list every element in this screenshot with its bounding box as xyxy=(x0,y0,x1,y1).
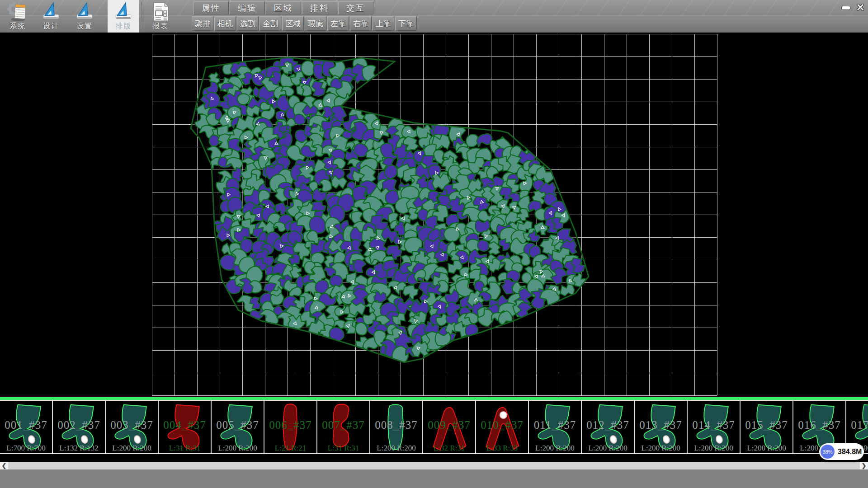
thumbnail-piece-2[interactable]: 002_#37L:132 R:132 xyxy=(53,401,106,453)
thumbnail-piece-13[interactable]: 013_#37L:200 R:200 xyxy=(635,401,688,453)
close-button[interactable]: ✕ xyxy=(854,2,867,14)
nesting-button-label: 排版 xyxy=(115,22,132,30)
piece-name: 011_#37 xyxy=(529,419,581,432)
piece-counts: L:31 R:31 xyxy=(159,444,211,453)
tool-button-6[interactable]: 瑕疵 xyxy=(305,16,326,31)
design-button-label: 设计 xyxy=(43,22,59,30)
set-square-icon xyxy=(113,1,134,22)
thumbnail-piece-12[interactable]: 012_#37L:200 R:200 xyxy=(582,401,635,453)
application-window: 系统 设计 设置 xyxy=(0,0,868,488)
tool-button-3[interactable]: 选割 xyxy=(237,16,259,31)
thumbnail-piece-3[interactable]: 003_#37L:200 R:200 xyxy=(106,401,159,453)
system-button-label: 系统 xyxy=(9,22,26,30)
scroll-right-button[interactable]: ❯ xyxy=(860,462,868,469)
piece-counts: L:21 R:21 xyxy=(264,444,316,453)
piece-counts: L:200 R:200 xyxy=(582,444,634,453)
piece-counts: L:700 R:700 xyxy=(0,444,52,453)
minimize-icon xyxy=(841,6,850,10)
bottom-status-bar xyxy=(0,469,868,488)
tool-button-9[interactable]: 上靠 xyxy=(373,16,394,31)
piece-name: 004_#37 xyxy=(159,419,211,432)
piece-name: 017_#37 xyxy=(846,419,868,432)
thumbnail-piece-4[interactable]: 004_#37L:31 R:31 xyxy=(159,401,212,453)
report-icon xyxy=(150,1,171,22)
close-icon: ✕ xyxy=(856,2,864,14)
tool-button-2[interactable]: 相机 xyxy=(214,16,236,31)
thumbnail-piece-1[interactable]: 001_#37L:700 R:700 xyxy=(0,401,53,453)
tool-button-4[interactable]: 全割 xyxy=(259,16,281,31)
piece-name: 007_#37 xyxy=(317,419,369,432)
settings-button-label: 设置 xyxy=(76,22,93,30)
gear-notebook-icon xyxy=(7,1,28,22)
piece-name: 012_#37 xyxy=(582,419,634,432)
minimize-button[interactable] xyxy=(839,2,853,14)
tool-button-10[interactable]: 下靠 xyxy=(395,16,417,31)
piece-counts: L:200 R:200 xyxy=(529,444,581,453)
piece-counts: L:200 R:200 xyxy=(106,444,158,453)
piece-counts: L:33 R:33 xyxy=(476,444,528,453)
thumbnail-piece-15[interactable]: 015_#37L:200 R:200 xyxy=(741,401,793,453)
memory-value: 384.8M xyxy=(838,448,862,456)
nesting-workspace-canvas[interactable] xyxy=(0,33,868,397)
piece-thumbnail-strip: 001_#37L:700 R:700002_#37L:132 R:132003_… xyxy=(0,400,868,454)
piece-name: 002_#37 xyxy=(53,419,105,432)
tool-button-5[interactable]: 区域 xyxy=(282,16,304,31)
report-button[interactable]: 报表 xyxy=(145,0,176,33)
settings-button[interactable]: 设置 xyxy=(69,0,100,33)
progress-percent: 38% xyxy=(822,449,832,455)
menu-item-1[interactable]: 属性 xyxy=(193,1,229,14)
nesting-button-selected[interactable]: 排版 xyxy=(108,0,139,33)
piece-name: 006_#37 xyxy=(264,419,316,432)
thumbnail-piece-6[interactable]: 006_#37L:21 R:21 xyxy=(264,401,317,453)
piece-counts: L:32 R:31 xyxy=(423,444,475,453)
menu-item-3[interactable]: 区域 xyxy=(266,1,301,14)
scrollbar-track[interactable] xyxy=(8,462,860,469)
piece-counts: L:200 R:200 xyxy=(635,444,687,453)
thumbnail-piece-11[interactable]: 011_#37L:200 R:200 xyxy=(529,401,582,453)
menu-item-4[interactable]: 排料 xyxy=(302,1,337,14)
piece-name: 013_#37 xyxy=(635,419,687,432)
menu-item-5[interactable]: 交互 xyxy=(338,1,373,14)
toolbar-divider xyxy=(141,2,142,30)
thumbnail-piece-7[interactable]: 007_#37L:31 R:31 xyxy=(317,401,370,453)
piece-name: 010_#37 xyxy=(476,419,528,432)
horizontal-scrollbar[interactable]: ❮ ❯ xyxy=(0,462,868,469)
menu-item-2[interactable]: 编辑 xyxy=(230,1,265,14)
system-button[interactable]: 系统 xyxy=(2,0,33,33)
set-square-icon xyxy=(74,1,95,22)
tool-button-7[interactable]: 左靠 xyxy=(327,16,349,31)
piece-name: 005_#37 xyxy=(212,419,264,432)
thumbnail-piece-8[interactable]: 008_#37L:200 R:200 xyxy=(370,401,423,453)
scroll-left-button[interactable]: ❮ xyxy=(0,462,8,469)
piece-name: 008_#37 xyxy=(370,419,422,432)
report-button-label: 报表 xyxy=(152,22,169,30)
piece-counts: L:200 R:200 xyxy=(212,444,264,453)
strip-bottom-gap xyxy=(0,454,868,462)
thumbnail-piece-14[interactable]: 014_#37L:200 R:200 xyxy=(688,401,741,453)
progress-circle: 38% xyxy=(821,445,835,459)
scroll-left-icon: ❮ xyxy=(2,462,7,469)
piece-name: 015_#37 xyxy=(741,419,793,432)
tool-button-1[interactable]: 聚排 xyxy=(192,16,213,31)
piece-name: 016_#37 xyxy=(793,419,845,432)
thumbnail-piece-9[interactable]: 009_#37L:32 R:31 xyxy=(423,401,476,453)
tool-button-8[interactable]: 右靠 xyxy=(350,16,372,31)
piece-name: 001_#37 xyxy=(0,419,52,432)
piece-name: 009_#37 xyxy=(423,419,475,432)
scroll-right-icon: ❯ xyxy=(862,462,867,469)
piece-counts: L:31 R:31 xyxy=(317,444,369,453)
thumbnail-piece-10[interactable]: 010_#37L:33 R:33 xyxy=(476,401,529,453)
progress-memory-bubble[interactable]: 38% 384.8M xyxy=(819,443,864,460)
piece-counts: L:200 R:200 xyxy=(741,444,793,453)
piece-name: 003_#37 xyxy=(106,419,158,432)
piece-name: 014_#37 xyxy=(688,419,740,432)
title-toolbar: 系统 设计 设置 xyxy=(0,0,868,33)
thumbnail-piece-5[interactable]: 005_#37L:200 R:200 xyxy=(212,401,264,453)
design-button[interactable]: 设计 xyxy=(35,0,67,33)
piece-counts: L:200 R:200 xyxy=(370,444,422,453)
set-square-icon xyxy=(41,1,61,22)
piece-counts: L:132 R:132 xyxy=(53,444,105,453)
piece-counts: L:200 R:200 xyxy=(688,444,740,453)
